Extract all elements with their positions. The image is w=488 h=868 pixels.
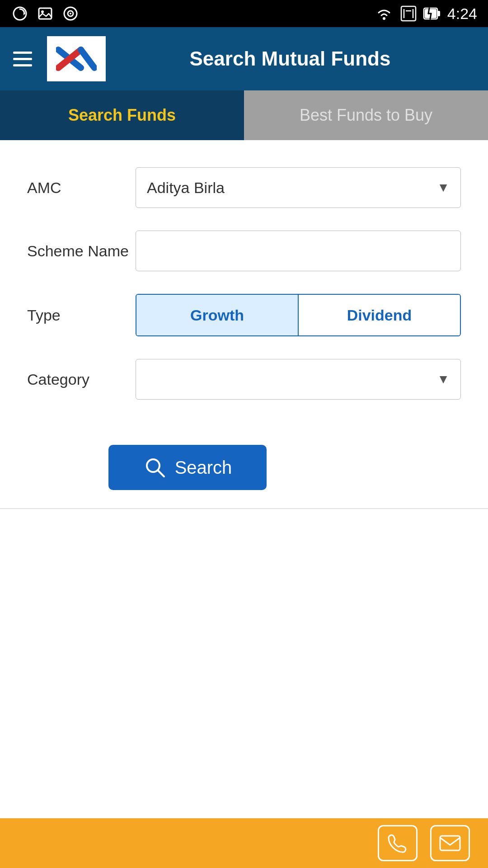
category-row: Category ▼ xyxy=(27,359,461,400)
category-label: Category xyxy=(27,371,136,388)
amc-selected-value: Aditya Birla xyxy=(147,179,225,197)
app-logo xyxy=(47,36,106,81)
scheme-name-control xyxy=(136,231,461,271)
footer-bar xyxy=(0,818,488,868)
menu-button[interactable] xyxy=(0,27,45,90)
hamburger-icon xyxy=(13,52,32,66)
status-bar: 4:24 xyxy=(0,0,488,27)
tab-search-funds-label: Search Funds xyxy=(68,106,176,125)
amc-select-control: Aditya Birla ▼ xyxy=(136,167,461,208)
type-toggle: Growth Dividend xyxy=(136,294,461,336)
type-control: Growth Dividend xyxy=(136,294,461,336)
amc-dropdown-icon: ▼ xyxy=(437,180,450,195)
battery-icon xyxy=(423,5,441,22)
scheme-name-input[interactable] xyxy=(136,231,461,271)
category-control: ▼ xyxy=(136,359,461,400)
search-button-label: Search xyxy=(175,458,232,478)
svg-rect-2 xyxy=(39,8,52,19)
amc-row: AMC Aditya Birla ▼ xyxy=(27,167,461,208)
phone-icon xyxy=(387,832,408,854)
svg-point-6 xyxy=(70,13,71,14)
tab-search-funds[interactable]: Search Funds xyxy=(0,90,244,140)
amc-label: AMC xyxy=(27,179,136,197)
type-growth-button[interactable]: Growth xyxy=(136,295,298,335)
image-icon xyxy=(36,5,54,23)
content-divider xyxy=(0,508,488,509)
sync-icon xyxy=(11,5,29,23)
search-button-row: Search xyxy=(108,445,488,490)
svg-rect-20 xyxy=(440,836,460,850)
tab-best-funds-label: Best Funds to Buy xyxy=(300,106,432,125)
status-bar-left xyxy=(11,5,80,23)
email-button[interactable] xyxy=(430,825,470,861)
type-label: Type xyxy=(27,307,136,324)
type-dividend-button[interactable]: Dividend xyxy=(298,295,460,335)
app-header: Search Mutual Funds xyxy=(0,27,488,90)
search-icon xyxy=(143,456,167,479)
signal-icon xyxy=(400,5,417,22)
phone-button[interactable] xyxy=(378,825,418,861)
scheme-name-label: Scheme Name xyxy=(27,242,136,260)
svg-point-7 xyxy=(383,17,385,20)
type-growth-label: Growth xyxy=(190,307,244,324)
wifi-icon xyxy=(374,5,394,22)
page-title: Search Mutual Funds xyxy=(106,47,488,70)
type-row: Type Growth Dividend xyxy=(27,294,461,336)
email-icon xyxy=(438,832,462,854)
tabs-row: Search Funds Best Funds to Buy xyxy=(0,90,488,140)
svg-point-3 xyxy=(41,10,44,13)
svg-line-17 xyxy=(430,14,431,19)
clock: 4:24 xyxy=(447,5,477,23)
tab-best-funds[interactable]: Best Funds to Buy xyxy=(244,90,488,140)
category-dropdown-icon: ▼ xyxy=(437,372,450,387)
svg-rect-13 xyxy=(437,11,440,16)
svg-line-15 xyxy=(428,8,429,14)
search-button[interactable]: Search xyxy=(108,445,267,490)
camera-icon xyxy=(61,5,80,23)
amc-select[interactable]: Aditya Birla ▼ xyxy=(136,167,461,208)
svg-line-19 xyxy=(158,470,164,476)
search-form: AMC Aditya Birla ▼ Scheme Name Type Grow… xyxy=(0,140,488,440)
scheme-name-row: Scheme Name xyxy=(27,231,461,271)
type-dividend-label: Dividend xyxy=(347,307,412,324)
status-bar-right: 4:24 xyxy=(374,5,477,23)
category-select[interactable]: ▼ xyxy=(136,359,461,400)
